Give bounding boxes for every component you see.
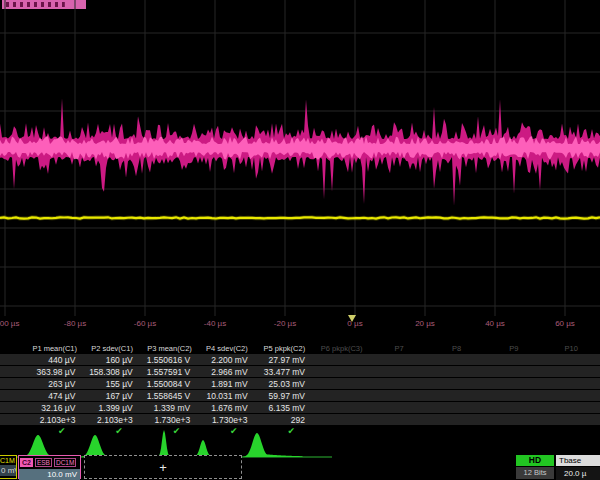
measure-value: 1.550084 V bbox=[143, 379, 190, 389]
time-axis-label: -60 µs bbox=[134, 319, 156, 328]
measure-value: 160 µV bbox=[85, 355, 132, 365]
measure-stat-row: 263 µV155 µV1.550084 V1.891 mV25.03 mV bbox=[0, 378, 600, 389]
measure-value: 440 µV bbox=[28, 355, 75, 365]
measure-value: 158.308 µV bbox=[85, 367, 132, 377]
channel-c1-descriptor[interactable]: DC1M 0 mV bbox=[0, 455, 17, 479]
measure-value: 1.730e+3 bbox=[143, 415, 190, 425]
c2-esb-badge: ESB bbox=[35, 458, 52, 467]
c2-descriptor-top-row: C2 ESB DC1M bbox=[19, 456, 80, 468]
time-axis-label: 20 µs bbox=[415, 319, 435, 328]
resolution-bits-label: 12 Bits bbox=[516, 467, 554, 479]
time-axis-label: -80 µs bbox=[64, 319, 86, 328]
measure-param-header[interactable]: P1 mean(C1) bbox=[32, 344, 77, 353]
measure-value: 2.966 mV bbox=[200, 367, 247, 377]
c2-channel-badge: C2 bbox=[20, 458, 33, 467]
c1-vdiv-value: 0 mV bbox=[0, 465, 16, 476]
measure-value: 474 µV bbox=[28, 391, 75, 401]
measure-param-header[interactable]: P8 bbox=[452, 344, 461, 353]
measure-param-header[interactable]: P9 bbox=[509, 344, 518, 353]
measure-stat-row: 474 µV167 µV1.558645 V10.031 mV59.97 mV bbox=[0, 390, 600, 401]
measure-value: 155 µV bbox=[85, 379, 132, 389]
measure-value: 2.103e+3 bbox=[85, 415, 132, 425]
measure-value: 1.399 µV bbox=[85, 403, 132, 413]
time-axis-label: -40 µs bbox=[204, 319, 226, 328]
waveform-display[interactable] bbox=[0, 0, 600, 335]
measure-param-header[interactable]: P3 mean(C2) bbox=[147, 344, 192, 353]
measure-value: 363.98 µV bbox=[28, 367, 75, 377]
measure-param-header[interactable]: P6 pkpk(C3) bbox=[321, 344, 363, 353]
measure-value: 2.200 mV bbox=[200, 355, 247, 365]
measure-param-header[interactable]: P4 sdev(C2) bbox=[206, 344, 248, 353]
time-axis-label: 0 µs bbox=[347, 319, 362, 328]
measure-param-header[interactable]: P2 sdev(C1) bbox=[91, 344, 133, 353]
oscilloscope-screen: -100 µs-80 µs-60 µs-40 µs-20 µs0 µs20 µs… bbox=[0, 0, 600, 480]
measure-value: 1.730e+3 bbox=[200, 415, 247, 425]
timebase-descriptor[interactable]: Tbase bbox=[556, 455, 600, 466]
add-trace-slot[interactable]: + bbox=[84, 455, 242, 479]
measure-value: 27.97 mV bbox=[258, 355, 305, 365]
c2-vdiv-value: 10.0 mV bbox=[19, 469, 80, 480]
histicon bbox=[157, 430, 174, 457]
measure-value: 10.031 mV bbox=[200, 391, 247, 401]
measure-value: 1.558645 V bbox=[143, 391, 190, 401]
channel-c2-descriptor[interactable]: C2 ESB DC1M 10.0 mV bbox=[18, 455, 81, 479]
measure-stat-row: 2.103e+32.103e+31.730e+31.730e+3292 bbox=[0, 414, 600, 425]
measure-value: 1.676 mV bbox=[200, 403, 247, 413]
measure-value: 167 µV bbox=[85, 391, 132, 401]
measure-value: 2.103e+3 bbox=[28, 415, 75, 425]
measure-value: 32.16 µV bbox=[28, 403, 75, 413]
measure-param-header[interactable]: P7 bbox=[395, 344, 404, 353]
histicon bbox=[241, 433, 303, 457]
plus-icon: + bbox=[159, 460, 167, 475]
measure-stat-row: 363.98 µV158.308 µV1.557591 V2.966 mV33.… bbox=[0, 366, 600, 377]
c2-coupling-badge: DC1M bbox=[54, 458, 76, 467]
time-axis: -100 µs-80 µs-60 µs-40 µs-20 µs0 µs20 µs… bbox=[0, 319, 600, 331]
measure-value: 1.339 mV bbox=[143, 403, 190, 413]
measure-value: 263 µV bbox=[28, 379, 75, 389]
time-axis-label: -20 µs bbox=[274, 319, 296, 328]
histicon bbox=[21, 435, 66, 457]
measure-value: 33.477 mV bbox=[258, 367, 305, 377]
measure-value: 292 bbox=[258, 415, 305, 425]
measure-value: 6.135 mV bbox=[258, 403, 305, 413]
measurement-table: P1 mean(C1)P2 sdev(C1)P3 mean(C2)P4 sdev… bbox=[0, 343, 600, 435]
histicon bbox=[79, 435, 119, 457]
measure-value: 1.550616 V bbox=[143, 355, 190, 365]
measure-value: 1.891 mV bbox=[200, 379, 247, 389]
c1-trace bbox=[0, 217, 600, 218]
measure-stat-row: 32.16 µV1.399 µV1.339 mV1.676 mV6.135 mV bbox=[0, 402, 600, 413]
measure-value: 59.97 mV bbox=[258, 391, 305, 401]
measure-value: 25.03 mV bbox=[258, 379, 305, 389]
measure-value: 1.557591 V bbox=[143, 367, 190, 377]
measure-param-header[interactable]: P5 pkpk(C2) bbox=[263, 344, 305, 353]
time-axis-label: 60 µs bbox=[555, 319, 575, 328]
time-axis-label: 40 µs bbox=[485, 319, 505, 328]
measure-stat-row: 440 µV160 µV1.550616 V2.200 mV27.97 mV bbox=[0, 354, 600, 365]
timebase-value: 20.0 µ bbox=[556, 467, 600, 480]
measure-param-header[interactable]: P10 bbox=[565, 344, 578, 353]
time-axis-label: -100 µs bbox=[0, 319, 19, 328]
c1-coupling-label: DC1M bbox=[0, 457, 16, 464]
hd-mode-badge: HD bbox=[516, 455, 554, 466]
